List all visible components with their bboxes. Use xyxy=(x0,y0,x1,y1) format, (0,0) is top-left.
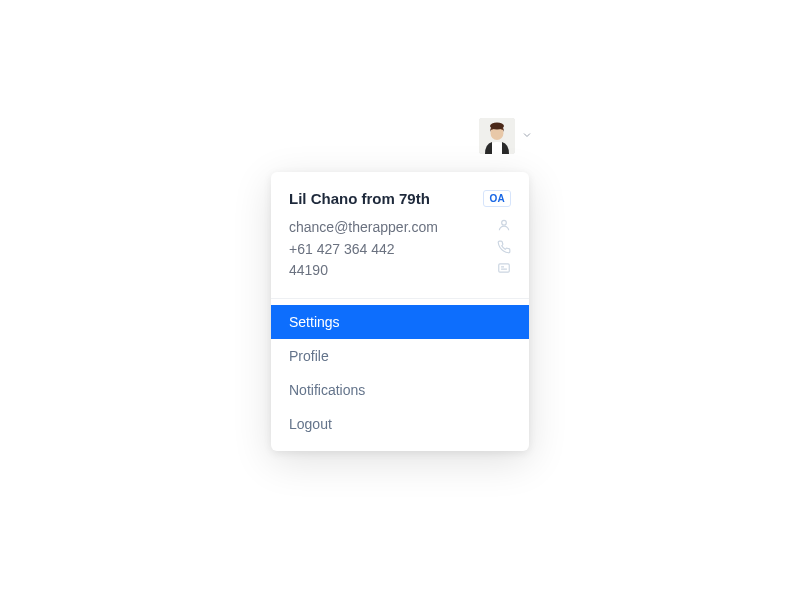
menu-item-logout[interactable]: Logout xyxy=(271,407,529,441)
menu-item-profile[interactable]: Profile xyxy=(271,339,529,373)
menu-item-settings[interactable]: Settings xyxy=(271,305,529,339)
avatar xyxy=(479,118,515,154)
chevron-down-icon xyxy=(521,127,533,145)
user-dropdown: Lil Chano from 79th OA chance@therapper.… xyxy=(271,172,529,451)
avatar-trigger[interactable] xyxy=(479,118,533,154)
user-email: chance@therapper.com xyxy=(289,217,438,239)
user-phone: +61 427 364 442 xyxy=(289,239,395,261)
menu-item-notifications[interactable]: Notifications xyxy=(271,373,529,407)
svg-rect-5 xyxy=(499,264,510,272)
dropdown-header: Lil Chano from 79th OA chance@therapper.… xyxy=(271,172,529,299)
id-icon xyxy=(497,260,511,282)
dropdown-menu: Settings Profile Notifications Logout xyxy=(271,299,529,451)
svg-point-4 xyxy=(502,220,507,225)
user-name: Lil Chano from 79th xyxy=(289,190,430,207)
person-icon xyxy=(497,217,511,239)
user-badge: OA xyxy=(483,190,511,207)
user-code: 44190 xyxy=(289,260,328,282)
phone-icon xyxy=(497,239,511,261)
svg-rect-3 xyxy=(493,124,501,128)
